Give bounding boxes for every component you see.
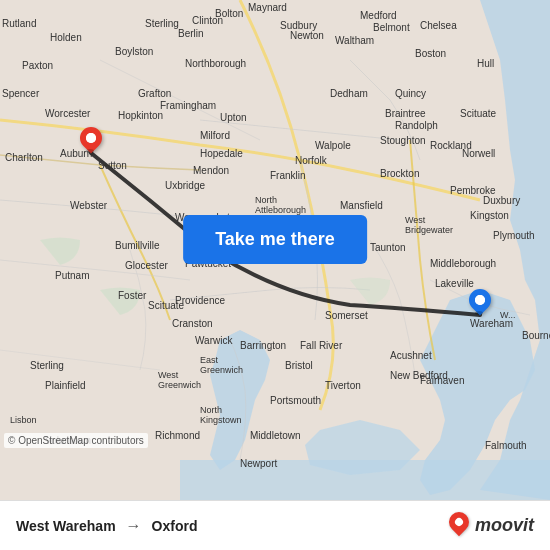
- moovit-pin-icon: [445, 507, 473, 535]
- moovit-logo: moovit: [449, 512, 534, 540]
- take-me-there-button[interactable]: Take me there: [183, 215, 367, 264]
- route-arrow: →: [126, 517, 142, 535]
- map-attribution: © OpenStreetMap contributors: [4, 433, 148, 448]
- destination-pin: [469, 289, 491, 315]
- origin-pin: [80, 127, 102, 153]
- route-from: West Wareham: [16, 518, 116, 534]
- map-container: NewtonPaxtonCharltonWorcesterFraminghamM…: [0, 0, 550, 500]
- bottom-bar: West Wareham → Oxford moovit: [0, 500, 550, 550]
- route-to: Oxford: [152, 518, 198, 534]
- moovit-text: moovit: [475, 515, 534, 536]
